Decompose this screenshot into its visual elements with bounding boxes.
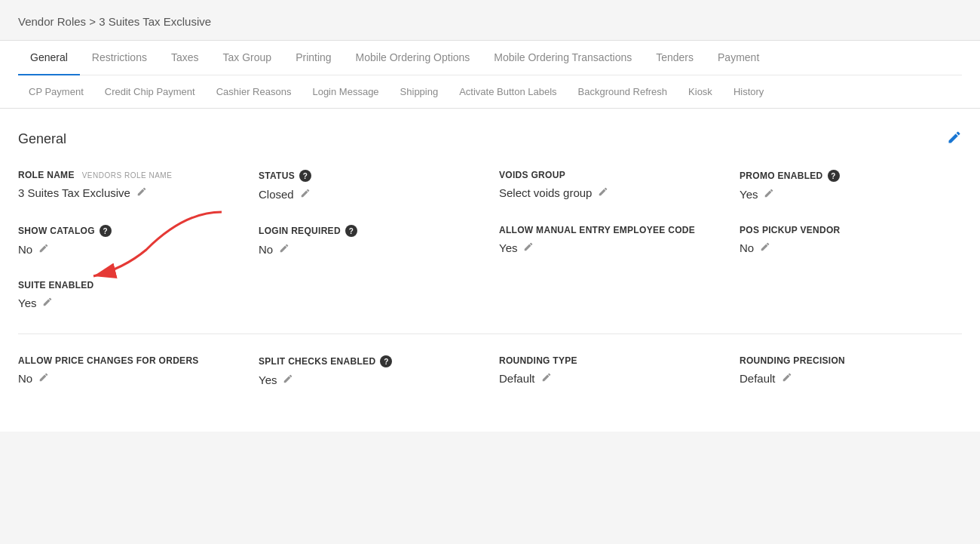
breadcrumb-separator: >	[86, 15, 99, 28]
content-area: General Role Name VENDORS ROLE NAME 3 Su…	[0, 109, 980, 432]
login-required-edit-icon[interactable]	[279, 243, 289, 256]
field-empty-3	[740, 280, 962, 309]
tab-mobile-ordering-transactions[interactable]: Mobile Ordering Transactions	[482, 41, 644, 75]
field-allow-manual-entry: Allow Manual Entry Employee Code Yes	[499, 225, 721, 256]
primary-tabs: General Restrictions Taxes Tax Group Pri…	[18, 41, 962, 75]
field-allow-price-changes: Allow Price Changes for Orders No	[18, 355, 240, 386]
field-empty-1	[259, 280, 481, 309]
section-divider	[18, 333, 962, 334]
allow-price-changes-edit-icon[interactable]	[38, 372, 49, 385]
field-empty-2	[499, 280, 721, 309]
show-catalog-help-icon[interactable]: ?	[100, 225, 112, 237]
field-voids-group-label: Voids Group	[499, 170, 721, 180]
tab-credit-chip-payment[interactable]: Credit Chip Payment	[94, 78, 206, 105]
pos-pickup-vendor-edit-icon[interactable]	[760, 241, 770, 254]
tab-payment[interactable]: Payment	[706, 41, 771, 75]
field-pos-pickup-vendor: POS Pickup Vendor No	[740, 225, 962, 256]
tab-cashier-reasons[interactable]: Cashier Reasons	[206, 78, 302, 105]
breadcrumb: Vendor Roles > 3 Suites Tax Exclusive	[18, 15, 962, 28]
tab-activate-button-labels[interactable]: Activate Button Labels	[449, 78, 567, 105]
allow-manual-entry-edit-icon[interactable]	[523, 241, 534, 254]
rounding-type-edit-icon[interactable]	[541, 372, 552, 385]
voids-group-edit-icon[interactable]	[598, 186, 608, 199]
nav-container: General Restrictions Taxes Tax Group Pri…	[0, 41, 980, 109]
field-split-checks-enabled-label: Split Checks Enabled ?	[259, 355, 481, 367]
field-promo-enabled: Promo Enabled ? Yes	[740, 170, 962, 201]
status-help-icon[interactable]: ?	[299, 170, 311, 182]
field-status-value: Closed	[259, 188, 481, 201]
tab-background-refresh[interactable]: Background Refresh	[568, 78, 678, 105]
fields-row-2: Show Catalog ? No Login Required ? No	[18, 225, 962, 256]
tab-history[interactable]: History	[723, 78, 774, 105]
field-status: Status ? Closed	[259, 170, 481, 201]
field-pos-pickup-vendor-label: POS Pickup Vendor	[740, 225, 962, 235]
field-login-required: Login Required ? No	[259, 225, 481, 256]
split-checks-help-icon[interactable]: ?	[380, 355, 392, 367]
breadcrumb-current: 3 Suites Tax Exclusive	[99, 15, 211, 28]
field-allow-price-changes-label: Allow Price Changes for Orders	[18, 355, 240, 366]
field-voids-group-value: Select voids group	[499, 186, 721, 199]
field-pos-pickup-vendor-value: No	[740, 241, 962, 254]
field-split-checks-enabled: Split Checks Enabled ? Yes	[259, 355, 481, 386]
show-catalog-edit-icon[interactable]	[38, 243, 49, 256]
field-role-name-value: 3 Suites Tax Exclusive	[18, 186, 240, 199]
promo-enabled-edit-icon[interactable]	[764, 188, 774, 201]
field-rounding-type: Rounding Type Default	[499, 355, 721, 386]
fields-row-1: Role Name VENDORS ROLE NAME 3 Suites Tax…	[18, 170, 962, 201]
fields-row-4: Allow Price Changes for Orders No Split …	[18, 355, 962, 386]
tab-tenders[interactable]: Tenders	[644, 41, 706, 75]
field-allow-price-changes-value: No	[18, 372, 240, 385]
breadcrumb-root[interactable]: Vendor Roles	[18, 15, 86, 28]
section-edit-button[interactable]	[947, 130, 962, 149]
rounding-precision-edit-icon[interactable]	[782, 372, 792, 385]
tab-printing[interactable]: Printing	[283, 41, 343, 75]
field-role-name: Role Name VENDORS ROLE NAME 3 Suites Tax…	[18, 170, 240, 201]
login-required-help-icon[interactable]: ?	[345, 225, 357, 237]
tab-shipping[interactable]: Shipping	[390, 78, 449, 105]
field-allow-manual-entry-label: Allow Manual Entry Employee Code	[499, 225, 721, 235]
field-promo-enabled-label: Promo Enabled ?	[740, 170, 962, 182]
tab-general[interactable]: General	[18, 41, 80, 75]
field-suite-enabled-label: Suite Enabled	[18, 280, 240, 290]
field-split-checks-enabled-value: Yes	[259, 373, 481, 386]
field-login-required-label: Login Required ?	[259, 225, 481, 237]
status-edit-icon[interactable]	[300, 188, 311, 201]
field-rounding-type-label: Rounding Type	[499, 355, 721, 366]
section-header: General	[18, 130, 962, 149]
field-allow-manual-entry-value: Yes	[499, 241, 721, 254]
field-show-catalog-value: No	[18, 243, 240, 256]
fields-row-3: Suite Enabled Yes	[18, 280, 962, 309]
field-suite-enabled-value: Yes	[18, 297, 240, 309]
promo-enabled-help-icon[interactable]: ?	[828, 170, 840, 182]
split-checks-edit-icon[interactable]	[283, 373, 293, 386]
field-rounding-precision-value: Default	[740, 372, 962, 385]
field-rounding-precision-label: Rounding Precision	[740, 355, 962, 366]
field-show-catalog-label: Show Catalog ?	[18, 225, 240, 237]
field-login-required-value: No	[259, 243, 481, 256]
section-title: General	[18, 131, 66, 147]
role-name-edit-icon[interactable]	[136, 186, 147, 199]
tab-tax-group[interactable]: Tax Group	[211, 41, 284, 75]
tab-cp-payment[interactable]: CP Payment	[18, 78, 94, 105]
tab-login-message[interactable]: Login Message	[302, 78, 389, 105]
field-show-catalog: Show Catalog ? No	[18, 225, 240, 256]
tab-restrictions[interactable]: Restrictions	[80, 41, 159, 75]
secondary-tabs: CP Payment Credit Chip Payment Cashier R…	[18, 75, 962, 108]
field-promo-enabled-value: Yes	[740, 188, 962, 201]
field-rounding-type-value: Default	[499, 372, 721, 385]
tab-kiosk[interactable]: Kiosk	[678, 78, 723, 105]
tab-mobile-ordering-options[interactable]: Mobile Ordering Options	[344, 41, 482, 75]
tab-taxes[interactable]: Taxes	[159, 41, 211, 75]
field-rounding-precision: Rounding Precision Default	[740, 355, 962, 386]
suite-enabled-edit-icon[interactable]	[42, 297, 53, 309]
field-status-label: Status ?	[259, 170, 481, 182]
field-role-name-label: Role Name VENDORS ROLE NAME	[18, 170, 240, 180]
field-suite-enabled: Suite Enabled Yes	[18, 280, 240, 309]
field-voids-group: Voids Group Select voids group	[499, 170, 721, 201]
